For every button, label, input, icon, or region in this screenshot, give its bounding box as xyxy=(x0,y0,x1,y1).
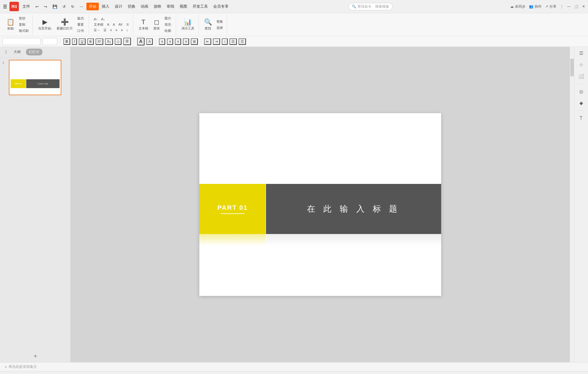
menu-file[interactable]: 文件 xyxy=(20,3,32,10)
underline-button[interactable]: U xyxy=(79,38,86,45)
slide-thumbnail-1[interactable]: PART 01 在此输入标题 xyxy=(9,60,61,95)
diamond-panel-button[interactable]: ◆ xyxy=(578,99,584,107)
char-spacing-btn[interactable]: AV xyxy=(117,22,124,27)
properties-panel-button[interactable]: ☰ xyxy=(578,49,584,57)
minimize-icon[interactable]: — xyxy=(567,4,571,9)
font-size-increase-button[interactable]: A xyxy=(137,38,145,45)
transform-button[interactable]: 变 xyxy=(123,38,131,45)
hamburger-menu[interactable]: ☰ xyxy=(3,4,7,9)
font-size-input[interactable]: 0 xyxy=(42,38,57,45)
shape-button[interactable]: ◻ 形状 xyxy=(151,15,162,35)
find-button[interactable]: 🔍 查找 xyxy=(202,15,214,35)
columns-button[interactable]: ⊞ xyxy=(191,38,198,45)
number-list-button[interactable]: ☰ xyxy=(239,38,246,45)
search-command-input[interactable]: 🔍 查找命令、搜索模板 xyxy=(349,3,392,10)
bold-button[interactable]: B xyxy=(63,38,70,45)
slide-item-1[interactable]: 1 PART 01 在此输入标题 xyxy=(2,60,68,95)
align-left-btn[interactable]: ≡ xyxy=(109,28,113,32)
clipboard-panel-button[interactable]: ⬜ xyxy=(577,72,585,80)
indent-increase-button[interactable]: ⇥ xyxy=(213,38,220,45)
menu-review[interactable]: 审阅 xyxy=(164,3,177,10)
text-frame-button[interactable]: T 文本框 xyxy=(137,15,150,35)
slide-gray-block[interactable]: 在 此 输 入 标 题 xyxy=(266,184,441,234)
menu-redo-icon[interactable]: ↪ xyxy=(42,3,50,10)
picture-button[interactable]: 图片· xyxy=(163,16,173,21)
select-button[interactable]: 选择 xyxy=(215,25,224,30)
superscript-button[interactable]: X² xyxy=(96,38,103,45)
close-icon[interactable]: ✕ xyxy=(582,4,585,9)
bullet-indent-btn[interactable]: ☰→ xyxy=(92,28,101,32)
font-size-up-btn[interactable]: A↑ xyxy=(92,17,99,21)
align-left-button[interactable]: ≡ xyxy=(159,38,165,45)
slide-yellow-block[interactable]: PART 01 xyxy=(199,184,266,234)
menu-view[interactable]: 视图 xyxy=(177,3,190,10)
line-spacing-btn[interactable]: ↕ xyxy=(125,28,129,32)
font-family-input[interactable] xyxy=(2,38,41,45)
menu-undo2-icon[interactable]: ↺ xyxy=(60,3,68,10)
menu-slideshow[interactable]: 放映 xyxy=(151,3,164,10)
reset-button[interactable]: 重置 xyxy=(76,22,86,27)
add-slide-button[interactable]: ＋ xyxy=(0,350,70,362)
italic-button[interactable]: I xyxy=(72,38,77,45)
align-center-button[interactable]: ≡ xyxy=(167,38,173,45)
bullet-list-button[interactable]: ☰ xyxy=(229,38,237,45)
font-color-btn[interactable]: A xyxy=(106,22,111,27)
outline-button[interactable]: 轮廓· xyxy=(163,28,173,33)
menu-insert[interactable]: 插入 xyxy=(99,3,112,10)
thumb-title-text: 在此输入标题 xyxy=(38,83,48,85)
fill-button[interactable]: 填充· xyxy=(163,22,173,27)
align-center-btn[interactable]: ≡ xyxy=(114,28,119,32)
current-page-start-button[interactable]: ▶ 当页开始· xyxy=(36,15,54,35)
sidebar-collapse-button[interactable]: 《 xyxy=(3,50,7,55)
align-right-button[interactable]: ≡ xyxy=(175,38,181,45)
presentation-tool-button[interactable]: 📊 演示工具 xyxy=(180,15,196,35)
scrollbar-thumb[interactable] xyxy=(570,59,574,76)
indent-decrease-button[interactable]: ⇤ xyxy=(204,38,211,45)
replace-button[interactable]: 替换 xyxy=(215,19,224,24)
cut-button[interactable]: 剪切 xyxy=(17,16,30,21)
menu-undo-icon[interactable]: ↩ xyxy=(33,3,41,10)
favorites-panel-button[interactable]: ☆ xyxy=(578,61,584,69)
menu-member[interactable]: 会员专享 xyxy=(211,3,231,10)
menu-more-icon[interactable]: ⋯ xyxy=(77,3,86,10)
collab-button[interactable]: 👥 协作 xyxy=(529,4,542,9)
share-button[interactable]: ↗ 分享 xyxy=(545,4,556,9)
slide-content: PART 01 在 此 输 入 标 题 xyxy=(199,113,441,296)
menu-devtools[interactable]: 开发工具 xyxy=(190,3,210,10)
notes-area[interactable]: ≡ 单击此处添加备注 xyxy=(0,362,588,371)
slide-title-text: 在 此 输 入 标 题 xyxy=(307,203,400,215)
sync-button[interactable]: ☁ 未同步 xyxy=(510,4,525,9)
new-slide-button[interactable]: ➕ 新建幻灯片 xyxy=(55,15,75,35)
menu-start[interactable]: 开始 xyxy=(86,3,99,10)
menu-redo2-icon[interactable]: ↻ xyxy=(69,3,77,10)
highlight-btn[interactable]: A xyxy=(111,22,116,27)
list-btn[interactable]: ☰ xyxy=(102,28,108,32)
layout-button[interactable]: 版式· xyxy=(76,16,86,21)
format-painter-button[interactable]: 格式刷 xyxy=(17,28,30,33)
strikethrough-button[interactable]: S xyxy=(87,38,94,45)
font-size-decrease-button[interactable]: A xyxy=(146,38,153,45)
menu-save-icon[interactable]: 💾 xyxy=(50,3,60,10)
align-right-btn[interactable]: ≡ xyxy=(119,28,124,32)
menu-animation[interactable]: 动画 xyxy=(138,3,151,10)
num-list-btn[interactable]: ① xyxy=(125,22,131,27)
tab-outline[interactable]: 大纲 xyxy=(11,49,24,55)
copy-button[interactable]: 复制 xyxy=(17,22,30,27)
slide-canvas[interactable]: PART 01 在 此 输 入 标 题 xyxy=(199,113,441,296)
line-spacing-button[interactable]: ↕ xyxy=(222,38,228,45)
text-panel-button[interactable]: T xyxy=(579,114,584,122)
tab-slides[interactable]: 幻灯片 xyxy=(26,49,42,55)
target-panel-button[interactable]: ◎ xyxy=(578,88,584,95)
align-justify-button[interactable]: ≡ xyxy=(183,38,189,45)
text-box-btn[interactable]: 文本框 xyxy=(92,22,105,27)
maximize-icon[interactable]: ⬜ xyxy=(574,4,579,9)
menu-transition[interactable]: 切换 xyxy=(125,3,138,10)
paste-button[interactable]: 📋 粘贴 xyxy=(5,15,16,35)
more-options-icon[interactable]: ⋮ xyxy=(560,4,564,9)
main-scrollbar[interactable] xyxy=(570,47,574,362)
subscript-button[interactable]: X₂ xyxy=(105,38,113,45)
book-button[interactable]: 口书· xyxy=(76,28,86,33)
shadow-button[interactable]: ◇ xyxy=(115,38,121,45)
font-size-down-btn[interactable]: A↓ xyxy=(100,17,106,21)
menu-design[interactable]: 设计 xyxy=(112,3,125,10)
